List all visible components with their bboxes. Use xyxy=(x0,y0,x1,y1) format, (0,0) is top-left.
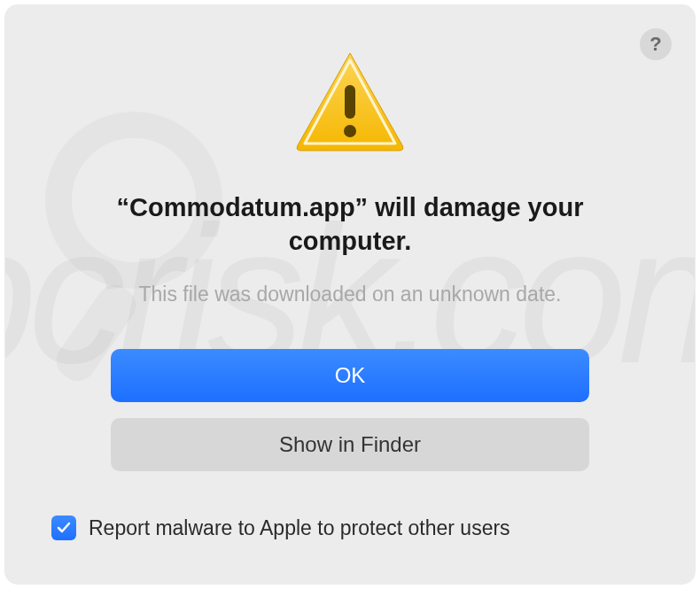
help-icon: ? xyxy=(649,33,661,56)
button-group: OK Show in Finder xyxy=(111,349,589,471)
warning-icon xyxy=(292,48,408,158)
dialog-content: ? “Commodatum.app” will damage your comp… xyxy=(5,5,695,584)
svg-point-1 xyxy=(344,125,356,137)
show-in-finder-label: Show in Finder xyxy=(279,432,421,457)
report-malware-row: Report malware to Apple to protect other… xyxy=(51,515,510,540)
dialog-subtitle: This file was downloaded on an unknown d… xyxy=(139,283,562,306)
ok-button[interactable]: OK xyxy=(111,349,589,402)
checkmark-icon xyxy=(56,520,72,536)
report-malware-checkbox[interactable] xyxy=(51,515,76,540)
report-malware-label: Report malware to Apple to protect other… xyxy=(89,516,510,540)
dialog-title: “Commodatum.app” will damage your comput… xyxy=(84,191,616,258)
help-button[interactable]: ? xyxy=(640,28,672,60)
ok-button-label: OK xyxy=(335,363,366,388)
svg-rect-0 xyxy=(345,85,355,119)
show-in-finder-button[interactable]: Show in Finder xyxy=(111,418,589,471)
alert-dialog: pcrisk.com ? “Commodatum.app” will damag… xyxy=(5,5,695,584)
